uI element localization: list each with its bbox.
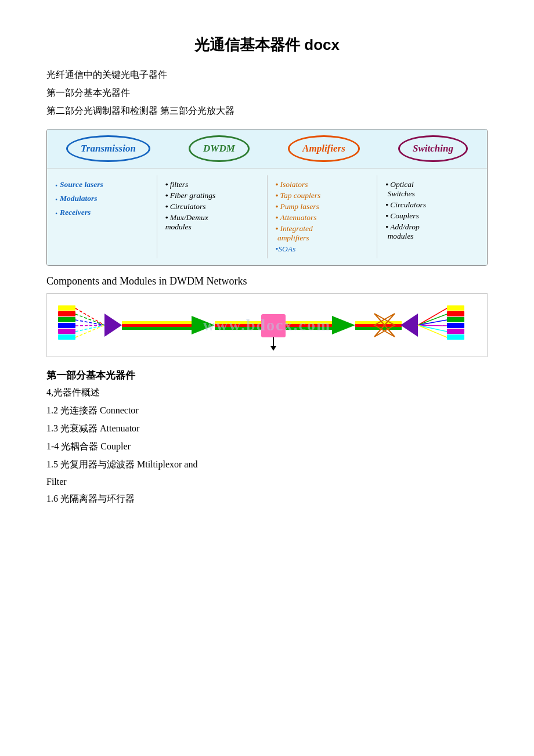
transmission-label: Transmission — [66, 135, 150, 162]
svg-rect-2 — [58, 317, 75, 322]
svg-rect-20 — [261, 314, 286, 337]
toc-item-1-6: 1.6 光隔离器与环行器 — [46, 493, 488, 505]
circulators-item-sw: Circulators — [385, 200, 479, 210]
dwdm-label: DWDM — [189, 135, 250, 162]
svg-marker-30 — [400, 314, 418, 337]
toc-item-4: 4,光器件概述 — [46, 387, 488, 399]
svg-rect-40 — [447, 323, 464, 328]
add-drop-modules-item: Add/drop modules — [385, 222, 479, 241]
svg-line-36 — [418, 325, 447, 337]
fiber-gratings-item: Fiber gratings — [165, 191, 259, 200]
couplers-item: Couplers — [385, 211, 479, 221]
svg-rect-3 — [58, 323, 75, 328]
svg-line-34 — [418, 325, 447, 326]
toc-item-1-4: 1-4 光耦合器 Coupler — [46, 441, 488, 453]
modulators-item: · Modulators — [55, 194, 149, 205]
svg-rect-37 — [447, 305, 464, 311]
components-diagram: Transmission DWDM Amplifiers Switching ·… — [46, 129, 488, 266]
dwdm-col: filters Fiber gratings Circulators Mux/D… — [157, 175, 268, 258]
svg-line-35 — [418, 325, 447, 332]
svg-marker-26 — [332, 316, 355, 334]
svg-rect-23 — [286, 321, 332, 324]
switching-col: Optical Switches Circulators Couplers Ad… — [377, 175, 487, 258]
toc-item-1-3: 1.3 光衰减器 Attenuator — [46, 423, 488, 435]
toc-item-1-5: 1.5 光复用器与滤波器 Mtiltiplexor and — [46, 459, 488, 471]
svg-rect-1 — [58, 311, 75, 316]
attenuators-item: Attenuators — [276, 213, 369, 222]
filters-item: filters — [165, 180, 259, 189]
diagram-body: · Source lasers · Modulators · Receivers… — [47, 168, 487, 265]
mux-demux-item: Mux/Demuxmodules — [165, 213, 259, 232]
soas-item: •SOAs — [276, 244, 296, 253]
diagram-header: Transmission DWDM Amplifiers Switching — [47, 129, 487, 168]
source-lasers-item: · Source lasers — [55, 180, 149, 191]
toc-item-filter: Filter — [46, 477, 488, 487]
switching-label: Switching — [398, 135, 468, 162]
svg-rect-4 — [58, 329, 75, 334]
transmission-col: · Source lasers · Modulators · Receivers — [47, 175, 157, 258]
subtitle-1: 光纤通信中的关键光电子器件 — [46, 69, 488, 81]
svg-marker-22 — [270, 346, 276, 351]
tap-couplers-item: Tap couplers — [276, 191, 369, 200]
svg-line-7 — [75, 314, 104, 325]
svg-rect-42 — [447, 334, 464, 340]
sections-list: 第一部分基本光器件 4,光器件概述 1.2 光连接器 Connector 1.3… — [46, 369, 488, 505]
svg-marker-12 — [104, 314, 122, 337]
optical-switches-item: Optical Switches — [385, 180, 479, 199]
page-title: 光通信基本器件 docx — [46, 35, 488, 55]
integrated-amplifiers-item: Integrated amplifiers — [276, 224, 369, 243]
svg-rect-0 — [58, 305, 75, 311]
svg-rect-5 — [58, 334, 75, 340]
section-part1: 第一部分基本光器件 — [46, 369, 488, 382]
svg-rect-24 — [286, 324, 332, 327]
svg-line-11 — [75, 325, 104, 337]
receivers-item: · Receivers — [55, 208, 149, 219]
svg-marker-16 — [192, 316, 215, 334]
svg-rect-19 — [215, 327, 261, 330]
svg-rect-41 — [447, 329, 464, 334]
svg-rect-13 — [122, 321, 192, 324]
amplifiers-label: Amplifiers — [288, 135, 360, 162]
svg-line-32 — [418, 314, 447, 325]
components-heading: Components and Modules in DWDM Networks — [46, 275, 488, 287]
svg-line-9 — [75, 325, 104, 326]
amplifiers-col: Isolators Tap couplers Pump lasers Atten… — [268, 175, 378, 258]
network-svg — [52, 300, 482, 352]
svg-rect-38 — [447, 311, 464, 316]
subtitle-3: 第二部分光调制器和检测器 第三部分光放大器 — [46, 105, 488, 117]
svg-rect-18 — [215, 324, 261, 327]
svg-rect-25 — [286, 327, 332, 330]
subtitle-2: 第一部分基本光器件 — [46, 87, 488, 99]
circulators-item-dwdm: Circulators — [165, 202, 259, 211]
pump-lasers-item: Pump lasers — [276, 202, 369, 211]
toc-item-1-2: 1.2 光连接器 Connector — [46, 405, 488, 417]
svg-rect-14 — [122, 324, 192, 327]
dwdm-network-diagram: www.bdocx.com — [46, 293, 488, 357]
svg-rect-39 — [447, 317, 464, 322]
svg-rect-17 — [215, 321, 261, 324]
svg-rect-15 — [122, 327, 192, 330]
isolators-item: Isolators — [276, 180, 369, 189]
svg-line-10 — [75, 325, 104, 332]
